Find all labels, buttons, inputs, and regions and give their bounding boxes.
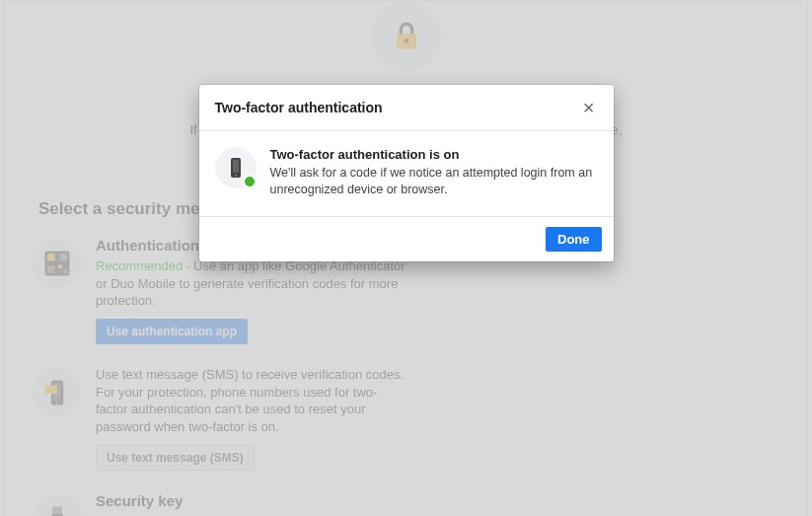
modal-title: Two-factor authentication [215,100,383,115]
svg-point-17 [235,175,237,177]
two-factor-modal: Two-factor authentication × Two-factor a… [199,85,614,261]
modal-body-desc: We'll ask for a code if we notice an att… [270,165,598,198]
modal-overlay[interactable]: Two-factor authentication × Two-factor a… [0,0,812,516]
svg-rect-16 [233,160,239,173]
modal-body-title: Two-factor authentication is on [270,147,598,162]
phone-check-icon [215,147,257,188]
check-badge-icon [243,175,257,188]
close-icon[interactable]: × [578,97,600,118]
done-button[interactable]: Done [546,227,602,252]
